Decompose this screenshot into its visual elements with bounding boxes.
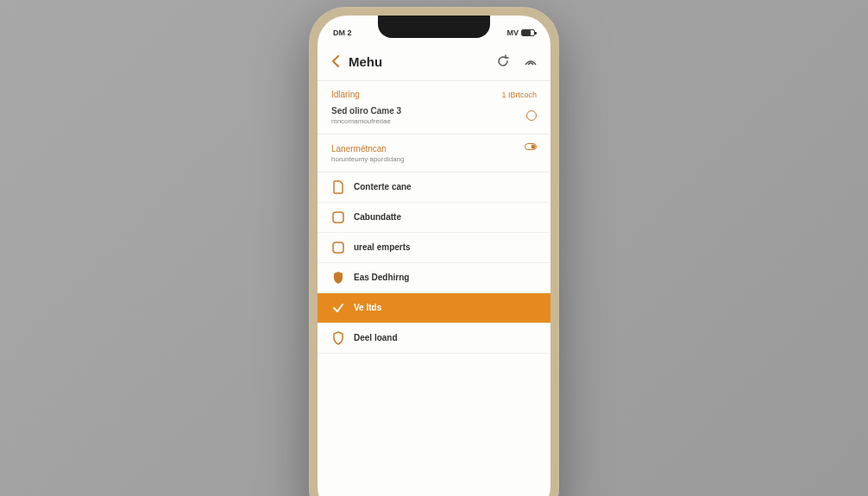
refresh-icon[interactable] xyxy=(494,52,513,71)
svg-rect-3 xyxy=(333,242,343,253)
radio-icon[interactable] xyxy=(526,110,537,121)
status-right: MV xyxy=(507,28,536,37)
toggle-icon[interactable] xyxy=(525,143,537,152)
section-1-sub2: mncomamoufredae xyxy=(331,116,401,125)
svg-rect-2 xyxy=(333,212,343,223)
menu-item-3[interactable]: Eas Dedhirng xyxy=(318,263,550,293)
section-2-sub: horunteumy apordidang xyxy=(318,155,550,172)
status-right-label: MV xyxy=(507,28,519,37)
section-2-title: Lanermétncan xyxy=(331,144,387,154)
section-2[interactable]: Lanermétncan horunteumy apordidang xyxy=(318,135,550,173)
shield-icon xyxy=(331,271,345,285)
screen: DM 2 MV Mehu Idlaring 1 IBrtcoch xyxy=(318,16,550,497)
section-1[interactable]: Idlaring 1 IBrtcoch Sed oliro Came 3 mnc… xyxy=(318,81,550,135)
menu-item-4[interactable]: Ve ltds xyxy=(318,293,550,323)
shield-outline-icon xyxy=(331,331,345,345)
menu-item-5[interactable]: Deel loand xyxy=(318,323,550,354)
menu-item-4-label: Ve ltds xyxy=(354,303,381,312)
status-left: DM 2 xyxy=(333,28,352,37)
signal-icon[interactable] xyxy=(521,52,540,71)
page-title: Mehu xyxy=(349,54,485,69)
content: Idlaring 1 IBrtcoch Sed oliro Came 3 mnc… xyxy=(318,81,550,497)
menu-item-5-label: Deel loand xyxy=(354,333,398,342)
notch xyxy=(378,16,490,38)
menu-item-0-label: Conterte cane xyxy=(354,182,412,191)
menu-list: Conterte cane Cabundatte ureal emperts xyxy=(318,173,550,354)
phone-frame: DM 2 MV Mehu Idlaring 1 IBrtcoch xyxy=(309,7,559,497)
menu-item-2-label: ureal emperts xyxy=(354,242,411,252)
section-1-title: Idlaring xyxy=(331,90,360,99)
back-button[interactable] xyxy=(328,53,343,69)
menu-item-1-label: Cabundatte xyxy=(354,212,401,222)
square-icon xyxy=(331,210,345,224)
svg-point-1 xyxy=(531,144,536,148)
section-1-sub: Sed oliro Came 3 xyxy=(331,106,401,116)
section-1-badge: 1 IBrtcoch xyxy=(501,91,537,99)
battery-icon xyxy=(521,29,535,36)
menu-item-2[interactable]: ureal emperts xyxy=(318,233,550,263)
document-icon xyxy=(331,180,345,194)
menu-item-0[interactable]: Conterte cane xyxy=(318,173,550,203)
menu-item-1[interactable]: Cabundatte xyxy=(318,203,550,233)
square-icon xyxy=(331,241,345,254)
menu-item-3-label: Eas Dedhirng xyxy=(354,273,409,282)
check-icon xyxy=(331,301,345,315)
nav-bar: Mehu xyxy=(318,43,550,81)
